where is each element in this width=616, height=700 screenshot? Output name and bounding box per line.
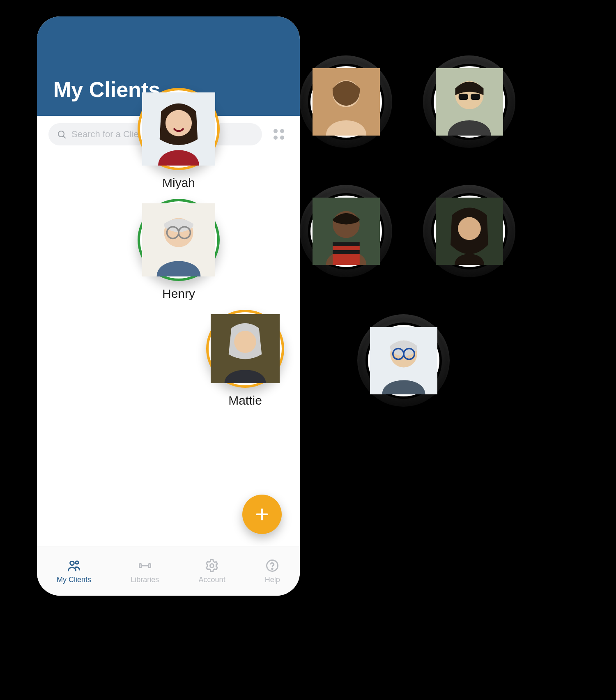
tab-bar: My Clients Libraries Acc xyxy=(37,546,300,596)
avatar-ring xyxy=(365,322,442,399)
tab-label: Help xyxy=(265,576,280,584)
tab-libraries[interactable]: Libraries xyxy=(131,558,159,584)
svg-point-35 xyxy=(210,564,214,567)
avatar-image xyxy=(142,203,215,276)
avatar-image xyxy=(211,314,280,383)
tab-account[interactable]: Account xyxy=(199,558,225,584)
avatar-ring xyxy=(431,64,508,140)
add-client-button[interactable] xyxy=(242,495,282,534)
svg-point-31 xyxy=(76,561,78,564)
tab-label: Libraries xyxy=(131,576,159,584)
svg-point-27 xyxy=(234,331,256,353)
dumbbell-icon xyxy=(138,558,152,573)
avatar-image xyxy=(313,198,380,265)
avatar-ring xyxy=(308,193,384,269)
avatar-image xyxy=(370,327,437,394)
tab-label: Account xyxy=(199,576,225,584)
floating-avatar xyxy=(300,55,392,148)
svg-point-30 xyxy=(70,561,74,565)
avatar-ring xyxy=(138,199,220,281)
help-icon xyxy=(265,558,280,573)
grid-icon xyxy=(274,129,284,140)
client-card-miyah[interactable]: Miyah xyxy=(138,88,220,190)
svg-rect-10 xyxy=(333,250,360,254)
avatar-image xyxy=(313,68,380,136)
search-icon xyxy=(57,129,67,139)
svg-line-19 xyxy=(63,136,65,138)
client-name: Miyah xyxy=(162,176,195,190)
avatar-ring xyxy=(431,193,508,269)
svg-point-37 xyxy=(272,568,273,569)
svg-rect-4 xyxy=(458,94,468,100)
client-name: Mattie xyxy=(228,394,262,408)
tab-my-clients[interactable]: My Clients xyxy=(57,558,91,584)
clients-icon xyxy=(67,558,81,573)
floating-avatar xyxy=(423,55,515,148)
avatar-ring xyxy=(308,64,384,140)
floating-avatar xyxy=(423,185,515,277)
tab-help[interactable]: Help xyxy=(265,558,280,584)
floating-avatar xyxy=(300,185,392,277)
avatar-image xyxy=(436,198,503,265)
phone-frame: My Clients xyxy=(37,16,300,596)
svg-rect-5 xyxy=(471,94,480,100)
client-card-mattie[interactable]: Mattie xyxy=(206,310,284,408)
gear-icon xyxy=(205,558,219,573)
svg-point-21 xyxy=(165,110,192,136)
plus-icon xyxy=(254,507,270,522)
avatar-ring xyxy=(206,310,284,388)
svg-point-12 xyxy=(458,217,481,240)
tab-label: My Clients xyxy=(57,576,91,584)
grid-view-toggle[interactable] xyxy=(269,125,288,144)
client-card-henry[interactable]: Henry xyxy=(138,199,220,301)
svg-rect-9 xyxy=(333,242,360,246)
floating-avatar xyxy=(357,314,450,407)
avatar-ring xyxy=(138,88,220,170)
avatar-image xyxy=(142,92,215,166)
avatar-image xyxy=(436,68,503,136)
client-name: Henry xyxy=(162,287,195,301)
